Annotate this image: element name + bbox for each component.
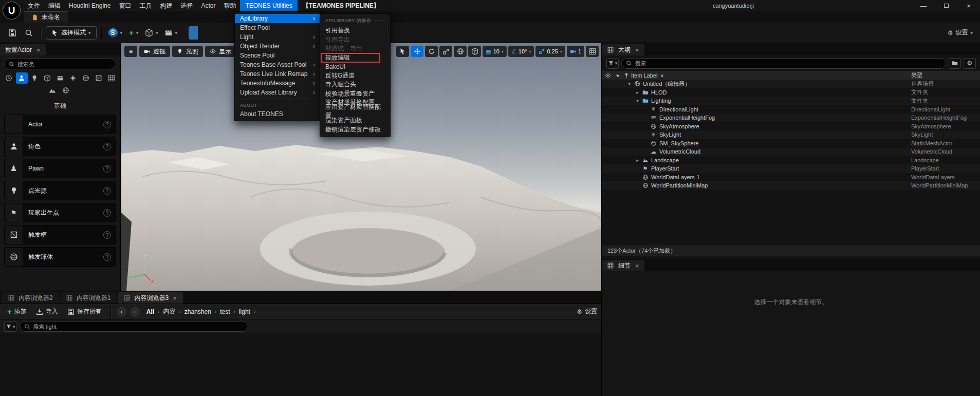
place-item-character[interactable]: 角色 ? (4, 137, 116, 156)
item-label-column[interactable]: Item Label ▲ (631, 72, 911, 79)
menu-teamones-pipeline[interactable]: 【TEAMONES PIPELINE】 (298, 0, 385, 11)
menu-actor[interactable]: Actor (197, 0, 219, 11)
menu-item-teones-base-asset-pool[interactable]: Teones Base Asset Pool › (235, 60, 320, 69)
all-classes-category-icon[interactable] (105, 72, 117, 84)
submenu-item-vfx-edit[interactable]: 视效编辑 (320, 53, 390, 63)
rotate-tool-button[interactable] (425, 46, 438, 57)
outliner-row-hlod[interactable]: ▸ HLOD 文件夹 (602, 88, 980, 97)
viewport-menu-button[interactable]: ≡ (124, 46, 137, 57)
scale-tool-button[interactable] (439, 46, 452, 57)
perspective-button[interactable]: 透视 (139, 46, 170, 57)
add-actor-button[interactable]: + ▾ (126, 26, 141, 40)
lights-category-icon[interactable] (29, 72, 41, 84)
misc2-category-icon[interactable] (60, 85, 72, 96)
select-tool-button[interactable] (396, 46, 409, 57)
outliner-row-volumetric-cloud[interactable]: ☁ VolumetricCloud VolumetricCloud (602, 147, 980, 156)
back-button[interactable]: ‹ (117, 307, 127, 317)
outliner-row-world-data-layers[interactable]: WorldDataLayers-1 WorldDataLayers (602, 173, 980, 182)
content-browser-asset-area[interactable] (0, 334, 601, 396)
breadcrumb-zhanshen[interactable]: zhanshen (184, 308, 211, 315)
show-button[interactable]: 显示 (205, 46, 236, 57)
place-search-input[interactable] (17, 61, 112, 67)
place-item-player-start[interactable]: ⚑ 玩家出生点 ? (4, 203, 116, 222)
cinematic-category-icon[interactable] (54, 72, 66, 84)
shapes-category-icon[interactable] (42, 72, 53, 84)
expand-closed-icon[interactable]: ▸ (634, 90, 641, 95)
submenu-item-invert-g-channel[interactable]: 反转G通道 (320, 71, 390, 81)
submenu-item-render-asset-panel[interactable]: 渲染资产面板 (320, 116, 390, 125)
place-item-pawn[interactable]: ♟ Pawn ? (4, 159, 116, 178)
forward-button[interactable]: › (130, 307, 140, 317)
menu-file[interactable]: 文件 (24, 0, 44, 11)
place-item-trigger-sphere[interactable]: 触发球体 ? (4, 247, 116, 267)
misc-category-icon[interactable] (46, 85, 59, 96)
outliner-add-folder-button[interactable] (949, 58, 961, 69)
submenu-item-undo-render-layer-changes[interactable]: 撤销渲染层资产修改 (320, 125, 390, 135)
editor-settings-button[interactable]: ⚙ 设置 ▾ (946, 26, 975, 40)
scale-snap-control[interactable]: 0.25 ▾ (535, 46, 565, 57)
outliner-filter-button[interactable]: ▾ (606, 58, 619, 69)
outliner-row-player-start[interactable]: ⚑ PlayerStart PlayerStart (602, 164, 980, 173)
content-browser-tab-2[interactable]: 内容浏览器2 (2, 292, 59, 304)
menu-tools[interactable]: 工具 (135, 0, 156, 11)
world-space-toggle[interactable] (454, 46, 467, 57)
outliner-row-world[interactable]: ▾ Untitled（编辑器） 世界场景 (602, 80, 980, 88)
type-column[interactable]: 类型 (911, 71, 978, 79)
place-item-point-light[interactable]: 点光源 ? (4, 181, 116, 200)
content-search-input[interactable] (33, 324, 244, 330)
basic-category-icon[interactable] (16, 72, 28, 84)
content-filter-button[interactable]: ▾ (4, 321, 16, 332)
outliner-search-input[interactable] (635, 60, 941, 66)
menu-teones-utilities[interactable]: TEONES Utilities (240, 0, 297, 11)
expand-open-icon[interactable]: ▾ (626, 81, 633, 86)
outliner-row-landscape[interactable]: ▸ Landscape Landscape (602, 156, 980, 165)
visibility-column-icon[interactable] (602, 72, 614, 79)
expand-closed-icon[interactable]: ▸ (634, 158, 641, 163)
breadcrumb-test[interactable]: test (220, 308, 230, 315)
menu-item-teones-info-message[interactable]: TeonesInfoMessage › (235, 79, 320, 88)
save-button[interactable] (5, 26, 20, 40)
surface-snap-button[interactable] (468, 46, 481, 57)
place-actors-tab[interactable]: 放置Actor × (0, 44, 46, 55)
browse-content-button[interactable] (22, 26, 36, 40)
place-item-trigger-box[interactable]: 触发框 ? (4, 225, 116, 244)
submenu-item-import-blend-head[interactable]: 导入融合头 (320, 80, 390, 89)
menu-select[interactable]: 选择 (176, 0, 197, 11)
camera-speed-control[interactable]: 1 (567, 46, 584, 57)
close-icon[interactable]: × (635, 262, 639, 269)
move-tool-button[interactable] (411, 46, 423, 57)
submenu-item-bakeui[interactable]: BakeUI (320, 62, 390, 71)
outliner-settings-button[interactable]: ⚙ (964, 58, 976, 69)
level-tab[interactable]: 未命名 (24, 11, 68, 23)
maximize-viewport-button[interactable] (586, 46, 599, 57)
menu-item-teones-live-link-remap[interactable]: Teones Live Link Remap › (235, 69, 320, 79)
volumes-category-icon[interactable] (93, 72, 104, 84)
outliner-row-height-fog[interactable]: ExponentialHeightFog ExponentialHeightFo… (602, 114, 980, 122)
save-all-button[interactable]: 保存所有 (64, 306, 105, 318)
outliner-row-sky-atmosphere[interactable]: SkyAtmosphere SkyAtmosphere (602, 122, 980, 131)
close-icon[interactable]: × (36, 47, 41, 53)
menu-window[interactable]: 窗口 (115, 0, 135, 11)
menu-edit[interactable]: 编辑 (44, 0, 65, 11)
submenu-item-apply-material-replace-config[interactable]: 应用资产材质替换配置 (320, 107, 390, 117)
menu-item-effect-pool[interactable]: Effect Pool (235, 23, 320, 32)
breadcrumb-all[interactable]: All (146, 308, 154, 315)
grid-snap-control[interactable]: ▦ 10 ▾ (483, 46, 507, 57)
lit-mode-button[interactable]: 光照 (172, 46, 203, 57)
menu-houdini-engine[interactable]: Houdini Engine (65, 0, 115, 11)
rotation-snap-control[interactable]: ∠ 10° ▾ (508, 46, 534, 57)
submenu-item-reference-replace[interactable]: 引用替换 (320, 26, 390, 35)
close-icon[interactable]: × (635, 47, 639, 53)
details-tab[interactable]: 细节 × (602, 260, 644, 271)
outliner-search-box[interactable] (621, 58, 946, 69)
minimize-button[interactable]: — (912, 0, 935, 11)
content-browser-tab-3[interactable]: 内容浏览器3 × (118, 292, 182, 304)
close-window-button[interactable]: × (957, 0, 980, 11)
outliner-row-partition-minimap[interactable]: WorldPartitionMiniMap WorldPartitionMini… (602, 181, 980, 190)
menu-item-light[interactable]: Light › (235, 32, 320, 42)
close-icon[interactable]: × (173, 295, 177, 301)
submenu-item-check-overlapping-assets[interactable]: 校验场景重叠资产 (320, 89, 390, 99)
import-button[interactable]: 导入 (33, 306, 61, 318)
content-search-box[interactable] (20, 321, 248, 332)
editor-mode-select[interactable]: 选择模式 ▾ (46, 26, 97, 40)
